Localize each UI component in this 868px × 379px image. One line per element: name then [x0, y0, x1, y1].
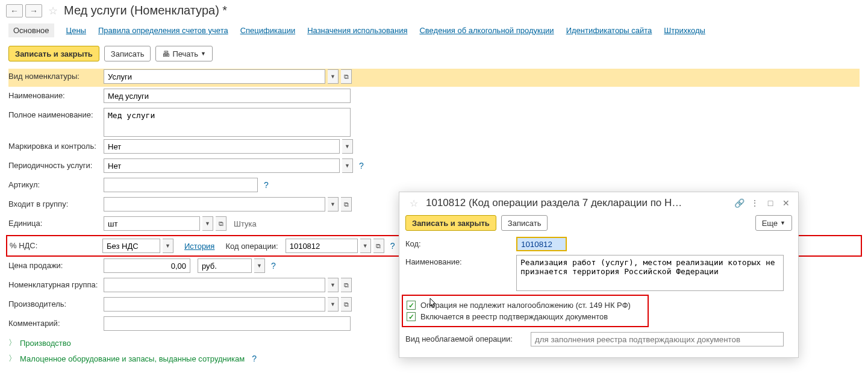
dialog-save-close-button[interactable]: Записать и закрыть [405, 215, 496, 231]
tab-account-rules[interactable]: Правила определения счетов учета [98, 26, 228, 35]
producer-dropdown-button[interactable]: ▼ [328, 297, 339, 312]
dialog-code-input[interactable] [516, 237, 567, 251]
dialog-title: 1010812 (Код операции раздела 7 декларац… [426, 197, 729, 209]
opcode-dialog: ☆ 1010812 (Код операции раздела 7 деклар… [399, 192, 799, 358]
checkbox-no-tax-label: Операция не подлежит налогообложению (ст… [420, 301, 631, 310]
printer-icon: 🖶 [162, 49, 170, 58]
lowvalue-help-icon[interactable]: ? [252, 354, 257, 363]
marking-dropdown-button[interactable]: ▼ [342, 139, 353, 154]
group-open-button[interactable]: ⧉ [341, 197, 352, 211]
vat-input[interactable] [102, 239, 160, 253]
checkbox-row-registry[interactable]: ✓ Включается в реестр подтверждающих док… [407, 311, 643, 322]
collapse-lowvalue-label: Малоценное оборудование и запасы, выданн… [20, 354, 245, 363]
fullname-label: Полное наименование: [8, 108, 104, 119]
comment-label: Комментарий: [8, 316, 104, 328]
nomgroup-input[interactable] [104, 278, 325, 292]
tabs-bar: Основное Цены Правила определения счетов… [0, 20, 868, 41]
page-title: Мед услуги (Номенклатура) * [64, 4, 227, 17]
opcode-label: Код операции: [217, 242, 283, 251]
chevron-right-icon: 〉 [8, 353, 16, 364]
checkbox-registry[interactable]: ✓ [407, 312, 416, 321]
marking-input[interactable] [104, 139, 340, 154]
dialog-close-icon[interactable]: ✕ [780, 198, 792, 208]
period-dropdown-button[interactable]: ▼ [342, 158, 353, 173]
dialog-checkbox-group-highlighted: ✓ Операция не подлежит налогообложению (… [402, 295, 649, 327]
tab-specs[interactable]: Спецификации [240, 26, 296, 35]
dialog-more-label: Еще [762, 219, 778, 228]
tab-main[interactable]: Основное [8, 23, 54, 37]
print-button[interactable]: 🖶 Печать ▼ [155, 46, 213, 61]
chevron-down-icon: ▼ [201, 51, 206, 57]
type-input[interactable] [104, 69, 325, 84]
dialog-maximize-icon[interactable]: □ [764, 198, 776, 208]
dialog-more-button[interactable]: Еще ▼ [755, 215, 792, 231]
dialog-row-code: Код: [405, 237, 792, 251]
dialog-link-icon[interactable]: 🔗 [733, 198, 745, 208]
period-input[interactable] [104, 158, 340, 173]
nav-forward-button[interactable]: → [25, 4, 42, 17]
nomgroup-label: Номенклатурная группа: [8, 278, 104, 289]
sku-input[interactable] [104, 178, 258, 192]
tab-site-ids[interactable]: Идентификаторы сайта [566, 26, 652, 35]
unit-label: Единица: [8, 216, 104, 228]
checkbox-row-no-tax[interactable]: ✓ Операция не подлежит налогообложению (… [407, 299, 643, 311]
vat-dropdown-button[interactable]: ▼ [163, 239, 173, 253]
print-label: Печать [172, 49, 198, 58]
dialog-name-textarea[interactable] [516, 255, 784, 291]
nomgroup-open-button[interactable]: ⧉ [341, 278, 352, 292]
currency-dropdown-button[interactable]: ▼ [254, 258, 265, 273]
type-label: Вид номенклатуры: [8, 69, 104, 81]
type-dropdown-button[interactable]: ▼ [328, 69, 339, 84]
toolbar: Записать и закрыть Записать 🖶 Печать ▼ [0, 41, 868, 69]
opcode-help-icon[interactable]: ? [390, 241, 395, 251]
unit-open-button[interactable]: ⧉ [216, 216, 226, 231]
dialog-row-name: Наименование: [405, 255, 792, 291]
period-label: Периодичность услуги: [8, 158, 104, 170]
producer-input[interactable] [104, 297, 325, 312]
history-link[interactable]: История [184, 242, 214, 251]
name-input[interactable] [104, 89, 351, 103]
nav-back-button[interactable]: ← [6, 4, 23, 17]
unit-input[interactable] [104, 216, 200, 231]
row-marking: Маркировка и контроль: ▼ [8, 139, 860, 157]
dialog-menu-icon[interactable]: ⋮ [749, 198, 761, 208]
unit-dropdown-button[interactable]: ▼ [202, 216, 213, 231]
nomgroup-dropdown-button[interactable]: ▼ [328, 278, 339, 292]
dialog-save-button[interactable]: Записать [501, 215, 548, 231]
chevron-right-icon: 〉 [8, 337, 16, 348]
comment-input[interactable] [104, 316, 351, 331]
tab-barcodes[interactable]: Штрихкоды [664, 26, 705, 35]
save-close-button[interactable]: Записать и закрыть [8, 46, 99, 61]
sku-help-icon[interactable]: ? [264, 180, 269, 190]
checkbox-registry-label: Включается в реестр подтверждающих докум… [420, 312, 608, 321]
tab-alcohol[interactable]: Сведения об алкогольной продукции [419, 26, 554, 35]
producer-open-button[interactable]: ⧉ [341, 297, 352, 312]
dialog-vid-input[interactable] [531, 332, 784, 346]
opcode-open-button[interactable]: ⧉ [373, 239, 384, 253]
dialog-row-vid: Вид необлагаемой операции: [405, 332, 792, 346]
row-name: Наименование: [8, 88, 860, 106]
price-input[interactable] [104, 258, 190, 273]
price-help-icon[interactable]: ? [271, 261, 276, 271]
dialog-toolbar: Записать и закрыть Записать Еще ▼ [399, 213, 798, 237]
save-button[interactable]: Записать [104, 46, 151, 61]
period-help-icon[interactable]: ? [359, 161, 364, 171]
dialog-vid-label: Вид необлагаемой операции: [405, 332, 531, 343]
dialog-star-icon[interactable]: ☆ [408, 198, 420, 209]
checkbox-no-tax[interactable]: ✓ [407, 301, 416, 310]
group-input[interactable] [104, 197, 325, 211]
favorite-star-icon[interactable]: ☆ [47, 4, 59, 17]
dialog-code-label: Код: [405, 237, 516, 248]
vat-label: % НДС: [8, 239, 102, 250]
fullname-textarea[interactable] [104, 108, 351, 137]
tab-usage[interactable]: Назначения использования [307, 26, 407, 35]
row-period: Периодичность услуги: ▼ ? [8, 158, 860, 176]
currency-input[interactable] [198, 258, 252, 273]
marking-label: Маркировка и контроль: [8, 139, 104, 151]
tab-prices[interactable]: Цены [66, 26, 86, 35]
type-open-button[interactable]: ⧉ [341, 69, 352, 84]
opcode-input[interactable] [286, 239, 358, 253]
row-fullname: Полное наименование: [8, 107, 860, 137]
group-dropdown-button[interactable]: ▼ [328, 197, 339, 211]
opcode-dropdown-button[interactable]: ▼ [360, 239, 371, 253]
